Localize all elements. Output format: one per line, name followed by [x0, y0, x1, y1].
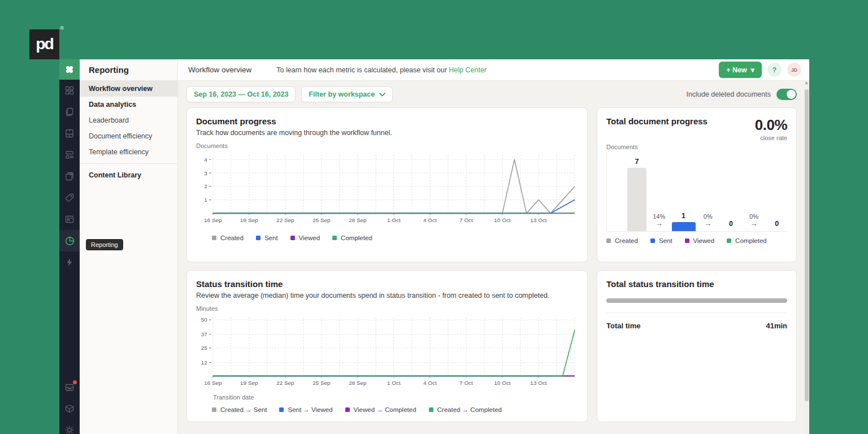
chart-legend: CreatedSentViewedCompleted	[606, 237, 787, 244]
content-area: Sep 16, 2023 — Oct 16, 2023 Filter by wo…	[178, 81, 809, 434]
lightning-icon	[64, 257, 75, 267]
legend-item: Sent	[650, 237, 672, 244]
svg-text:25 Sep: 25 Sep	[313, 380, 331, 386]
total-time-label: Total time	[606, 322, 640, 330]
filter-row: Sep 16, 2023 — Oct 16, 2023 Filter by wo…	[186, 86, 797, 102]
sidebar-item-inbox[interactable]	[59, 376, 80, 398]
legend-item: Viewed	[290, 235, 320, 241]
workspace-filter-button[interactable]: Filter by workspace	[301, 86, 393, 102]
date-range-button[interactable]: Sep 16, 2023 — Oct 16, 2023	[186, 86, 296, 102]
sidebar-item-dashboard[interactable]	[59, 80, 80, 101]
sidebar-item-automations[interactable]	[59, 251, 80, 273]
legend-swatch	[256, 236, 261, 240]
arrow-right-icon: →	[704, 219, 711, 228]
sidebar-item-documents[interactable]	[59, 101, 80, 123]
arrow-right-icon: →	[656, 219, 663, 228]
nav-items-list: Workflow overviewData analyticsLeaderboa…	[80, 81, 177, 183]
completed-value: 0	[766, 220, 787, 228]
help-button[interactable]: ?	[767, 63, 782, 77]
deleted-docs-toggle-label: Include deleted documents	[687, 90, 771, 98]
sidebar-item-content-library[interactable]	[59, 166, 80, 187]
registered-trademark: ®	[60, 25, 64, 31]
legend-swatch	[429, 407, 433, 412]
main-area: Workflow overview To learn how each metr…	[178, 59, 809, 434]
sidebar-item-templates[interactable]: T	[59, 123, 80, 144]
transition-time-bar	[606, 298, 787, 303]
divider	[606, 313, 787, 313]
new-button[interactable]: + New ▾	[719, 62, 762, 78]
sidebar-item-reporting[interactable]	[59, 230, 80, 251]
nav-item-document-efficiency[interactable]: Document efficiency	[80, 128, 177, 144]
total-status-transition-card: Total status transition time Total time …	[597, 270, 797, 422]
close-rate-value: 0.0%	[755, 116, 787, 134]
total-time-row: Total time 41min	[606, 322, 787, 330]
documents-icon	[64, 107, 75, 117]
document-progress-card: Document progress Track how documents ar…	[186, 107, 588, 262]
help-center-link[interactable]: Help Center	[449, 66, 487, 74]
card-title: Document progress	[196, 116, 578, 126]
card-subtitle: Review the average (median) time your do…	[196, 292, 578, 300]
svg-text:4: 4	[204, 157, 207, 163]
legend-swatch	[212, 407, 216, 412]
legend-item: Viewed	[685, 237, 715, 244]
sidebar-item-forms[interactable]	[59, 144, 80, 166]
pandadoc-logo: pd ®	[29, 29, 59, 59]
notification-dot	[73, 380, 77, 384]
vertical-scrollbar[interactable]: ^	[804, 81, 809, 434]
sidebar-item-home[interactable]	[59, 59, 80, 80]
funnel-step: 0% →	[696, 213, 721, 228]
scroll-up-icon[interactable]: ^	[805, 81, 808, 88]
nav-item-template-efficiency[interactable]: Template efficiency	[80, 144, 177, 160]
close-rate-label: close rate	[755, 134, 787, 141]
card-subtitle: Track how documents are moving through t…	[196, 129, 578, 137]
status-transition-chart: 1225375016 Sep19 Sep22 Sep25 Sep28 Sep1 …	[196, 313, 578, 392]
svg-text:19 Sep: 19 Sep	[240, 380, 258, 386]
svg-text:10 Oct: 10 Oct	[494, 380, 511, 386]
svg-text:T: T	[68, 129, 71, 133]
sent-bar	[672, 222, 696, 231]
pie-chart-icon	[64, 236, 75, 246]
legend-swatch	[279, 407, 284, 412]
status-transition-card: Status transition time Review the averag…	[186, 270, 588, 422]
contacts-card-icon	[64, 214, 75, 224]
nav-item-leaderboard[interactable]: Leaderboard	[80, 112, 177, 128]
svg-text:13 Oct: 13 Oct	[530, 217, 547, 223]
sidebar-item-integrations[interactable]	[59, 398, 80, 419]
clover-logo-icon	[64, 64, 75, 75]
forms-icon	[64, 150, 75, 160]
nav-item-content-library[interactable]: Content Library	[80, 167, 177, 183]
app-window: T	[59, 59, 809, 434]
svg-text:1 Oct: 1 Oct	[387, 217, 401, 223]
avatar[interactable]: JD	[787, 63, 801, 77]
card-title: Status transition time	[196, 279, 578, 289]
deleted-docs-toggle-group: Include deleted documents	[687, 89, 797, 100]
svg-text:37: 37	[201, 331, 208, 337]
funnel-header: Total document progress 0.0% close rate	[606, 116, 787, 141]
legend-item: Viewed → Completed	[345, 406, 416, 413]
chart-legend: CreatedSentViewedCompleted	[212, 235, 578, 241]
gear-icon	[64, 425, 75, 434]
svg-text:16 Sep: 16 Sep	[204, 217, 222, 223]
nav-item-workflow-overview[interactable]: Workflow overview	[80, 81, 177, 97]
nav-panel-header: Reporting	[80, 59, 177, 81]
chevron-down-icon: ▾	[751, 66, 754, 74]
legend-swatch	[345, 407, 350, 412]
deleted-docs-toggle[interactable]	[776, 89, 797, 100]
svg-text:3: 3	[204, 170, 207, 176]
funnel-step: 14% →	[646, 213, 672, 228]
pandadoc-logo-mark: pd	[36, 36, 53, 53]
chevron-down-icon	[379, 93, 385, 97]
legend-swatch	[685, 238, 689, 243]
sidebar-item-catalog[interactable]	[59, 187, 80, 209]
legend-swatch	[332, 236, 337, 240]
funnel-step: 0% →	[741, 213, 767, 228]
sidebar-bottom-group	[59, 376, 80, 434]
document-progress-chart: 123416 Sep19 Sep22 Sep25 Sep28 Sep1 Oct4…	[196, 150, 578, 229]
funnel-value: 7	[635, 158, 639, 166]
nav-item-data-analytics[interactable]: Data analytics	[80, 97, 177, 112]
created-bar	[627, 168, 646, 231]
sidebar-item-contacts[interactable]	[59, 209, 80, 230]
scrollbar-thumb[interactable]	[805, 89, 809, 401]
legend-swatch	[727, 238, 731, 243]
sidebar-item-settings[interactable]	[59, 419, 80, 434]
